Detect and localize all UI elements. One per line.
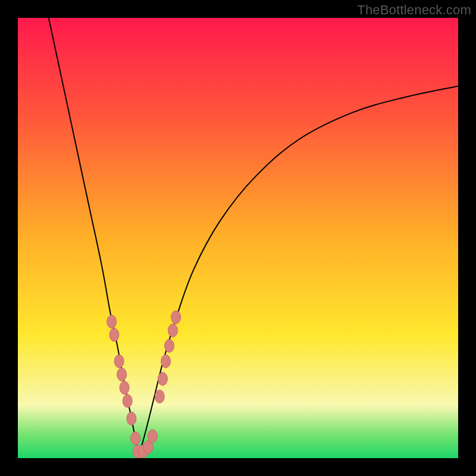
outer-black-frame: TheBottleneck.com	[0, 0, 476, 476]
background-gradient	[18, 18, 458, 458]
plot-area	[18, 18, 458, 458]
watermark-text: TheBottleneck.com	[357, 2, 471, 18]
